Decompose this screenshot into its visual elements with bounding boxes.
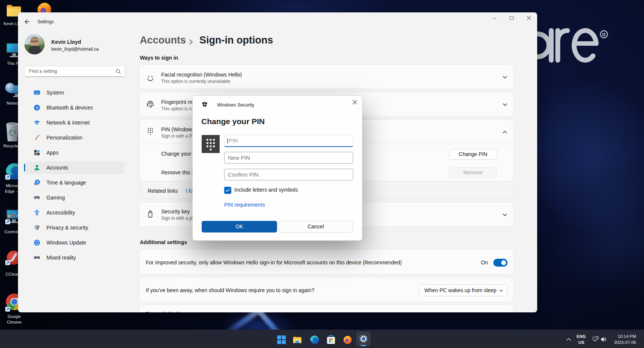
svg-text:R: R [602,32,606,38]
